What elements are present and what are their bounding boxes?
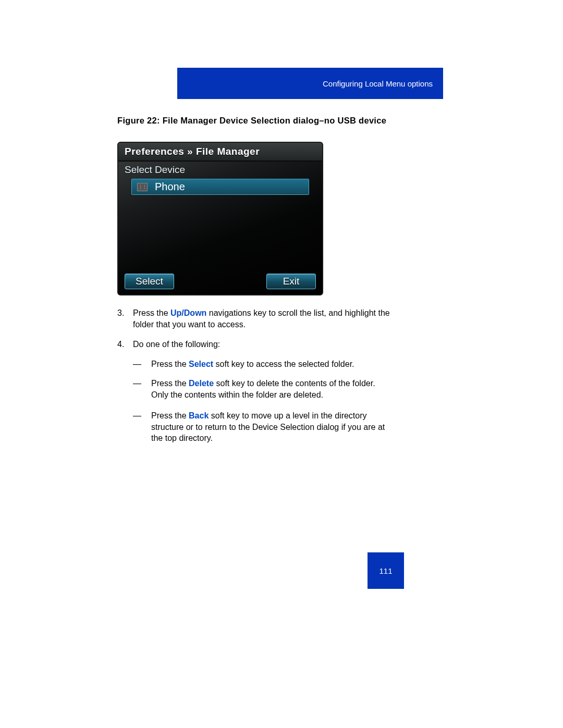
section-title: Configuring Local Menu options (323, 79, 433, 88)
step-3: 3. Press the Up/Down navigations key to … (117, 307, 394, 330)
step-number: 4. (117, 339, 133, 350)
chevron-right-icon: » (187, 146, 193, 157)
exit-softkey[interactable]: Exit (266, 274, 316, 289)
page-number-box: 111 (368, 552, 404, 589)
screen-subheader: Select Device (118, 162, 322, 179)
device-label: Phone (155, 181, 185, 193)
bullet-select: — Press the Select soft key to access th… (133, 359, 394, 370)
device-list-item[interactable]: Phone (131, 179, 309, 195)
phone-icon (137, 183, 148, 191)
softkey-row: Select Exit (118, 274, 322, 294)
bullet-text: Press the Delete soft key to delete the … (151, 378, 394, 400)
step-text: Do one of the following: (133, 339, 220, 350)
select-emphasis: Select (189, 360, 213, 368)
updown-emphasis: Up/Down (170, 309, 206, 317)
step-number: 3. (117, 307, 133, 330)
bullet-text: Press the Back soft key to move up a lev… (151, 410, 394, 444)
delete-emphasis: Delete (189, 379, 214, 388)
bullet-delete: — Press the Delete soft key to delete th… (133, 378, 394, 400)
breadcrumb-leaf: File Manager (196, 146, 260, 157)
page-header-bar: Configuring Local Menu options (177, 68, 443, 99)
breadcrumb-root: Preferences (125, 146, 184, 157)
device-screenshot: Preferences » File Manager Select Device… (117, 142, 323, 295)
bullet-dash: — (133, 378, 151, 400)
bullet-dash: — (133, 410, 151, 444)
back-emphasis: Back (189, 411, 209, 420)
step-4: 4. Do one of the following: (117, 339, 394, 350)
figure-caption: Figure 22: File Manager Device Selection… (117, 115, 388, 126)
page-number: 111 (379, 566, 392, 575)
select-softkey[interactable]: Select (125, 274, 174, 289)
bullet-text: Press the Select soft key to access the … (151, 359, 354, 370)
screen-breadcrumb: Preferences » File Manager (118, 143, 322, 162)
bullet-dash: — (133, 359, 151, 370)
step-text: Press the Up/Down navigations key to scr… (133, 307, 394, 330)
bullet-back: — Press the Back soft key to move up a l… (133, 410, 394, 444)
